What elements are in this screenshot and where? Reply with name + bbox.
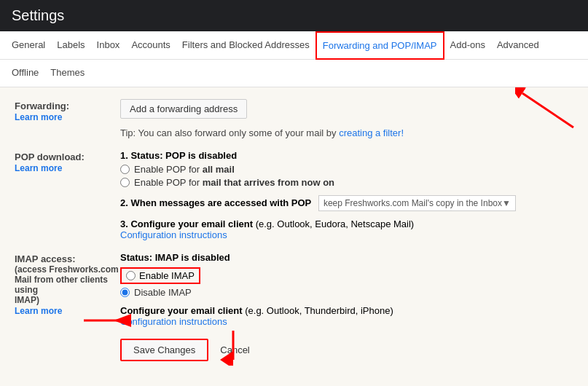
pop-learn-more[interactable]: Learn more bbox=[15, 163, 62, 173]
tab-addons[interactable]: Add-ons bbox=[444, 32, 491, 60]
imap-config-link-row: Configuration instructions bbox=[120, 316, 573, 327]
forwarding-content: Add a forwarding address Tip: You can al… bbox=[120, 99, 573, 138]
forwarding-label: Forwarding: bbox=[15, 101, 120, 111]
imap-config-heading: Configure your email client bbox=[120, 305, 243, 316]
pop-status: 1. Status: POP is disabled bbox=[120, 150, 573, 161]
settings-title: Settings bbox=[0, 0, 588, 31]
imap-config-detail: (e.g. Outlook, Thunderbird, iPhone) bbox=[245, 305, 393, 316]
pop-section: POP download: Learn more 1. Status: POP … bbox=[15, 150, 573, 240]
imap-enable-row: Enable IMAP bbox=[120, 267, 573, 284]
pop-future-mail-radio[interactable] bbox=[120, 178, 130, 187]
add-forwarding-address-button[interactable]: Add a forwarding address bbox=[120, 99, 247, 119]
imap-disable-label: Disable IMAP bbox=[134, 287, 192, 298]
imap-label: IMAP access: bbox=[15, 253, 120, 264]
tab-general[interactable]: General bbox=[6, 32, 51, 60]
forwarding-tip-text: Tip: You can also forward only some of y… bbox=[120, 127, 337, 138]
imap-enable-label: Enable IMAP bbox=[139, 270, 195, 281]
tab-labels[interactable]: Labels bbox=[51, 32, 90, 60]
page-title: Settings bbox=[12, 7, 64, 23]
pop-option1-row: Enable POP for all mail bbox=[120, 164, 573, 175]
creating-filter-link[interactable]: creating a filter! bbox=[339, 127, 404, 138]
nav-tabs-row1: General Labels Inbox Accounts Filters an… bbox=[0, 31, 588, 60]
action-buttons: Save Changes Cancel bbox=[120, 339, 573, 361]
tab-themes[interactable]: Themes bbox=[44, 60, 90, 87]
nav-tabs-row2: Offline Themes bbox=[0, 60, 588, 87]
annotation-arrow-bottom bbox=[211, 329, 255, 368]
pop-dropdown[interactable]: keep Freshworks.com Mail's copy in the I… bbox=[318, 195, 516, 211]
pop-label: POP download: bbox=[15, 151, 120, 162]
imap-content: Status: IMAP is disabled Enable IMAP Dis… bbox=[120, 252, 573, 327]
pop-content: 1. Status: POP is disabled Enable POP fo… bbox=[120, 150, 573, 240]
imap-learn-more[interactable]: Learn more bbox=[15, 306, 62, 316]
imap-disable-radio[interactable] bbox=[120, 288, 130, 297]
annotation-arrow-left bbox=[80, 306, 138, 337]
svg-line-1 bbox=[522, 93, 573, 127]
pop-all-mail-radio[interactable] bbox=[120, 165, 130, 174]
tab-filters[interactable]: Filters and Blocked Addresses bbox=[176, 32, 315, 60]
imap-enable-highlighted: Enable IMAP bbox=[120, 267, 200, 284]
forwarding-learn-more[interactable]: Learn more bbox=[15, 112, 62, 122]
tab-accounts[interactable]: Accounts bbox=[125, 32, 176, 60]
pop-label-block: POP download: Learn more bbox=[15, 150, 120, 173]
annotation-arrow-top bbox=[515, 87, 581, 133]
forwarding-label-block: Forwarding: Learn more bbox=[15, 99, 120, 122]
settings-content: Forwarding: Learn more Add a forwarding … bbox=[0, 87, 588, 386]
forwarding-tip: Tip: You can also forward only some of y… bbox=[120, 127, 573, 138]
pop-section3-detail: (e.g. Outlook, Eudora, Netscape Mail) bbox=[256, 218, 415, 229]
imap-sublabel: (access Freshworks.com bbox=[15, 264, 120, 275]
save-changes-button[interactable]: Save Changes bbox=[120, 339, 208, 361]
imap-enable-radio[interactable] bbox=[126, 271, 136, 280]
imap-sublabel3: IMAP) bbox=[15, 295, 120, 305]
tab-advanced[interactable]: Advanced bbox=[491, 32, 545, 60]
imap-disable-row: Disable IMAP bbox=[120, 287, 573, 298]
tab-forwarding[interactable]: Forwarding and POP/IMAP bbox=[315, 31, 444, 60]
pop-dropdown-text: keep Freshworks.com Mail's copy in the I… bbox=[324, 198, 502, 208]
forwarding-section: Forwarding: Learn more Add a forwarding … bbox=[15, 99, 573, 138]
tab-offline[interactable]: Offline bbox=[6, 60, 44, 87]
tab-inbox[interactable]: Inbox bbox=[91, 32, 126, 60]
imap-sublabel2: Mail from other clients using bbox=[15, 275, 120, 295]
imap-config-heading-row: Configure your email client (e.g. Outloo… bbox=[120, 305, 573, 316]
pop-section3-label: 3. Configure your email client bbox=[120, 218, 253, 229]
imap-status: Status: IMAP is disabled bbox=[120, 252, 573, 263]
pop-section2: 2. When messages are accessed with POP k… bbox=[120, 195, 573, 211]
pop-section2-label: 2. When messages are accessed with POP bbox=[120, 197, 311, 208]
pop-option2-row: Enable POP for mail that arrives from no… bbox=[120, 177, 573, 188]
pop-config-link-row: Configuration instructions bbox=[120, 229, 573, 240]
pop-option1-text: Enable POP for all mail bbox=[134, 164, 235, 175]
chevron-down-icon: ▼ bbox=[502, 198, 511, 208]
pop-section3: 3. Configure your email client (e.g. Out… bbox=[120, 218, 573, 229]
pop-option2-text: Enable POP for mail that arrives from no… bbox=[134, 177, 334, 188]
pop-config-link[interactable]: Configuration instructions bbox=[120, 229, 227, 240]
